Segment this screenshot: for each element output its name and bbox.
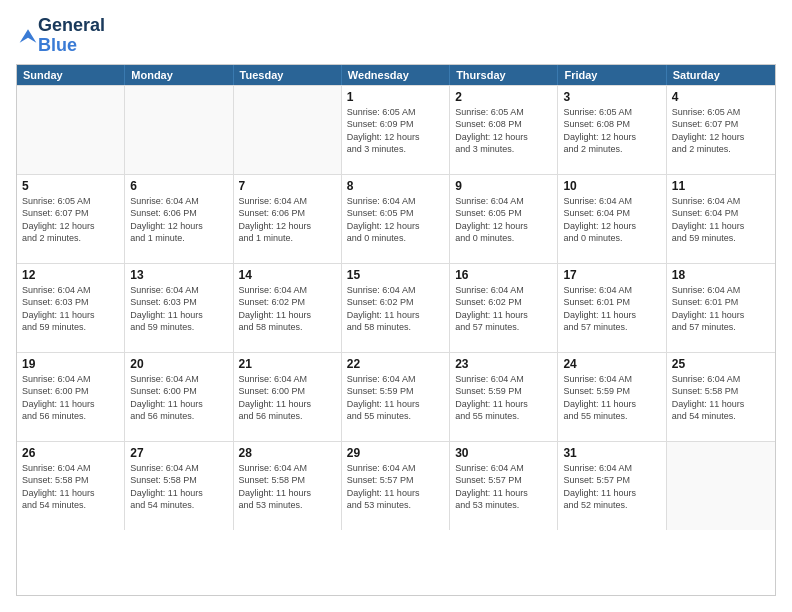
day-number: 11 <box>672 179 770 193</box>
day-cell-31: 31Sunrise: 6:04 AM Sunset: 5:57 PM Dayli… <box>558 442 666 530</box>
day-cell-19: 19Sunrise: 6:04 AM Sunset: 6:00 PM Dayli… <box>17 353 125 441</box>
day-cell-18: 18Sunrise: 6:04 AM Sunset: 6:01 PM Dayli… <box>667 264 775 352</box>
day-info: Sunrise: 6:04 AM Sunset: 5:57 PM Dayligh… <box>347 462 444 512</box>
day-cell-3: 3Sunrise: 6:05 AM Sunset: 6:08 PM Daylig… <box>558 86 666 174</box>
day-info: Sunrise: 6:05 AM Sunset: 6:07 PM Dayligh… <box>672 106 770 156</box>
empty-cell <box>125 86 233 174</box>
header-day-wednesday: Wednesday <box>342 65 450 85</box>
header-day-saturday: Saturday <box>667 65 775 85</box>
svg-marker-0 <box>20 29 37 42</box>
day-number: 16 <box>455 268 552 282</box>
header-day-friday: Friday <box>558 65 666 85</box>
header-day-tuesday: Tuesday <box>234 65 342 85</box>
calendar-header: SundayMondayTuesdayWednesdayThursdayFrid… <box>17 65 775 85</box>
day-number: 31 <box>563 446 660 460</box>
week-row-3: 12Sunrise: 6:04 AM Sunset: 6:03 PM Dayli… <box>17 263 775 352</box>
day-info: Sunrise: 6:04 AM Sunset: 6:01 PM Dayligh… <box>563 284 660 334</box>
day-cell-13: 13Sunrise: 6:04 AM Sunset: 6:03 PM Dayli… <box>125 264 233 352</box>
day-number: 6 <box>130 179 227 193</box>
day-number: 12 <box>22 268 119 282</box>
day-info: Sunrise: 6:04 AM Sunset: 6:01 PM Dayligh… <box>672 284 770 334</box>
day-number: 9 <box>455 179 552 193</box>
day-cell-25: 25Sunrise: 6:04 AM Sunset: 5:58 PM Dayli… <box>667 353 775 441</box>
day-number: 8 <box>347 179 444 193</box>
day-number: 23 <box>455 357 552 371</box>
day-info: Sunrise: 6:04 AM Sunset: 6:00 PM Dayligh… <box>22 373 119 423</box>
day-cell-2: 2Sunrise: 6:05 AM Sunset: 6:08 PM Daylig… <box>450 86 558 174</box>
week-row-2: 5Sunrise: 6:05 AM Sunset: 6:07 PM Daylig… <box>17 174 775 263</box>
day-info: Sunrise: 6:04 AM Sunset: 5:58 PM Dayligh… <box>22 462 119 512</box>
day-cell-24: 24Sunrise: 6:04 AM Sunset: 5:59 PM Dayli… <box>558 353 666 441</box>
day-number: 22 <box>347 357 444 371</box>
logo-icon <box>18 26 38 46</box>
day-number: 1 <box>347 90 444 104</box>
day-cell-10: 10Sunrise: 6:04 AM Sunset: 6:04 PM Dayli… <box>558 175 666 263</box>
day-cell-30: 30Sunrise: 6:04 AM Sunset: 5:57 PM Dayli… <box>450 442 558 530</box>
day-cell-26: 26Sunrise: 6:04 AM Sunset: 5:58 PM Dayli… <box>17 442 125 530</box>
day-number: 30 <box>455 446 552 460</box>
day-info: Sunrise: 6:04 AM Sunset: 6:05 PM Dayligh… <box>455 195 552 245</box>
day-info: Sunrise: 6:04 AM Sunset: 6:03 PM Dayligh… <box>22 284 119 334</box>
day-cell-4: 4Sunrise: 6:05 AM Sunset: 6:07 PM Daylig… <box>667 86 775 174</box>
day-info: Sunrise: 6:04 AM Sunset: 5:58 PM Dayligh… <box>130 462 227 512</box>
day-number: 3 <box>563 90 660 104</box>
day-info: Sunrise: 6:04 AM Sunset: 6:03 PM Dayligh… <box>130 284 227 334</box>
day-info: Sunrise: 6:04 AM Sunset: 5:57 PM Dayligh… <box>455 462 552 512</box>
day-cell-11: 11Sunrise: 6:04 AM Sunset: 6:04 PM Dayli… <box>667 175 775 263</box>
day-info: Sunrise: 6:05 AM Sunset: 6:07 PM Dayligh… <box>22 195 119 245</box>
page: General Blue SundayMondayTuesdayWednesda… <box>0 0 792 612</box>
header-day-monday: Monday <box>125 65 233 85</box>
logo-text-line2: Blue <box>38 36 105 56</box>
day-number: 25 <box>672 357 770 371</box>
day-info: Sunrise: 6:05 AM Sunset: 6:09 PM Dayligh… <box>347 106 444 156</box>
day-number: 27 <box>130 446 227 460</box>
day-info: Sunrise: 6:04 AM Sunset: 6:02 PM Dayligh… <box>455 284 552 334</box>
day-info: Sunrise: 6:04 AM Sunset: 6:04 PM Dayligh… <box>563 195 660 245</box>
week-row-1: 1Sunrise: 6:05 AM Sunset: 6:09 PM Daylig… <box>17 85 775 174</box>
day-cell-15: 15Sunrise: 6:04 AM Sunset: 6:02 PM Dayli… <box>342 264 450 352</box>
header: General Blue <box>16 16 776 56</box>
day-cell-1: 1Sunrise: 6:05 AM Sunset: 6:09 PM Daylig… <box>342 86 450 174</box>
day-number: 5 <box>22 179 119 193</box>
week-row-5: 26Sunrise: 6:04 AM Sunset: 5:58 PM Dayli… <box>17 441 775 530</box>
day-info: Sunrise: 6:04 AM Sunset: 6:04 PM Dayligh… <box>672 195 770 245</box>
day-cell-17: 17Sunrise: 6:04 AM Sunset: 6:01 PM Dayli… <box>558 264 666 352</box>
day-info: Sunrise: 6:05 AM Sunset: 6:08 PM Dayligh… <box>563 106 660 156</box>
empty-cell <box>17 86 125 174</box>
day-info: Sunrise: 6:04 AM Sunset: 5:57 PM Dayligh… <box>563 462 660 512</box>
calendar: SundayMondayTuesdayWednesdayThursdayFrid… <box>16 64 776 596</box>
day-number: 17 <box>563 268 660 282</box>
day-cell-16: 16Sunrise: 6:04 AM Sunset: 6:02 PM Dayli… <box>450 264 558 352</box>
day-cell-12: 12Sunrise: 6:04 AM Sunset: 6:03 PM Dayli… <box>17 264 125 352</box>
day-info: Sunrise: 6:04 AM Sunset: 6:00 PM Dayligh… <box>130 373 227 423</box>
day-number: 28 <box>239 446 336 460</box>
day-info: Sunrise: 6:04 AM Sunset: 5:59 PM Dayligh… <box>563 373 660 423</box>
header-day-thursday: Thursday <box>450 65 558 85</box>
empty-cell <box>667 442 775 530</box>
day-number: 26 <box>22 446 119 460</box>
day-number: 20 <box>130 357 227 371</box>
day-cell-22: 22Sunrise: 6:04 AM Sunset: 5:59 PM Dayli… <box>342 353 450 441</box>
day-info: Sunrise: 6:05 AM Sunset: 6:08 PM Dayligh… <box>455 106 552 156</box>
day-info: Sunrise: 6:04 AM Sunset: 5:58 PM Dayligh… <box>672 373 770 423</box>
day-number: 10 <box>563 179 660 193</box>
day-cell-8: 8Sunrise: 6:04 AM Sunset: 6:05 PM Daylig… <box>342 175 450 263</box>
day-number: 2 <box>455 90 552 104</box>
day-info: Sunrise: 6:04 AM Sunset: 6:06 PM Dayligh… <box>130 195 227 245</box>
day-number: 21 <box>239 357 336 371</box>
day-cell-5: 5Sunrise: 6:05 AM Sunset: 6:07 PM Daylig… <box>17 175 125 263</box>
day-info: Sunrise: 6:04 AM Sunset: 5:59 PM Dayligh… <box>347 373 444 423</box>
header-day-sunday: Sunday <box>17 65 125 85</box>
day-number: 7 <box>239 179 336 193</box>
day-cell-14: 14Sunrise: 6:04 AM Sunset: 6:02 PM Dayli… <box>234 264 342 352</box>
day-info: Sunrise: 6:04 AM Sunset: 6:00 PM Dayligh… <box>239 373 336 423</box>
week-row-4: 19Sunrise: 6:04 AM Sunset: 6:00 PM Dayli… <box>17 352 775 441</box>
empty-cell <box>234 86 342 174</box>
day-cell-7: 7Sunrise: 6:04 AM Sunset: 6:06 PM Daylig… <box>234 175 342 263</box>
logo-text-line1: General <box>38 16 105 36</box>
day-info: Sunrise: 6:04 AM Sunset: 6:06 PM Dayligh… <box>239 195 336 245</box>
day-number: 19 <box>22 357 119 371</box>
day-number: 4 <box>672 90 770 104</box>
day-info: Sunrise: 6:04 AM Sunset: 6:02 PM Dayligh… <box>347 284 444 334</box>
day-cell-6: 6Sunrise: 6:04 AM Sunset: 6:06 PM Daylig… <box>125 175 233 263</box>
